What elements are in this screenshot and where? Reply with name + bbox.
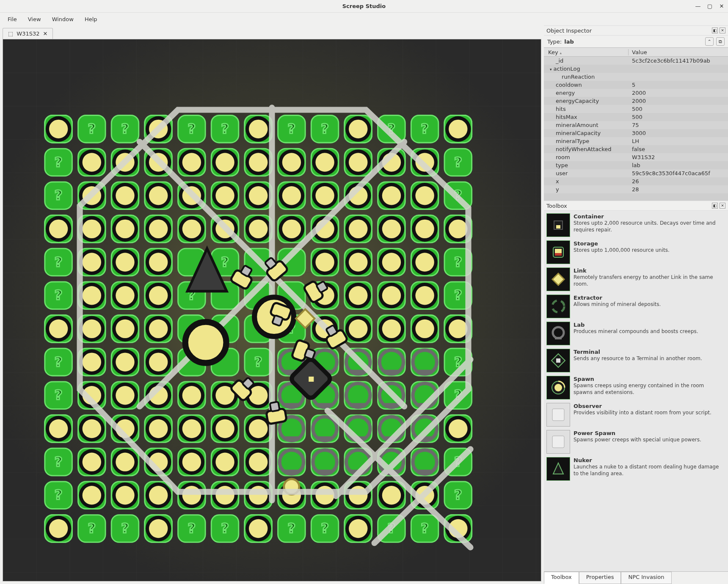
- inspector-value: 59c59c8c3530f447c0aca65f: [629, 170, 728, 176]
- inspector-row[interactable]: y28: [544, 185, 728, 193]
- inspector-row[interactable]: user59c59c8c3530f447c0aca65f: [544, 169, 728, 177]
- inspector-key: _id: [544, 58, 629, 64]
- inspector-key: hitsMax: [544, 114, 629, 120]
- tool-observer[interactable]: ObserverProvides visibility into a dista…: [546, 402, 726, 429]
- inspector-table[interactable]: _id5c3cf2ce3c6bfc11417b09abactionLogrunR…: [544, 57, 728, 201]
- inspector-row[interactable]: mineralTypeLH: [544, 137, 728, 145]
- inspector-row[interactable]: energyCapacity2000: [544, 97, 728, 105]
- key-column-header[interactable]: Key: [548, 49, 558, 55]
- inspector-value: 5: [629, 82, 728, 88]
- svg-text:?: ?: [288, 520, 296, 536]
- menu-help[interactable]: Help: [80, 14, 102, 24]
- inspector-row[interactable]: _id5c3cf2ce3c6bfc11417b09ab: [544, 57, 728, 65]
- svg-point-342: [149, 320, 168, 338]
- inspector-panel-header: Object Inspector ◧ ✕: [544, 25, 728, 36]
- svg-point-388: [83, 452, 101, 471]
- svg-text:?: ?: [321, 121, 329, 137]
- tool-lab[interactable]: LabProduces mineral compounds and boosts…: [546, 321, 726, 348]
- tool-name: Extractor: [574, 295, 661, 301]
- inspector-value: 28: [629, 186, 728, 193]
- menu-view[interactable]: View: [23, 14, 46, 24]
- window-title: Screep Studio: [342, 3, 386, 9]
- tool-powerspawn[interactable]: Power SpawnSpawns power creeps with spec…: [546, 429, 726, 456]
- collapse-all-icon[interactable]: ⌃: [705, 37, 714, 46]
- svg-point-356: [116, 353, 134, 371]
- svg-point-418: [382, 486, 401, 504]
- panel-close-icon[interactable]: ✕: [720, 28, 725, 33]
- svg-point-402: [116, 486, 134, 504]
- svg-point-348: [382, 320, 401, 338]
- tool-name: Power Spawn: [574, 430, 701, 436]
- inspector-row[interactable]: typelab: [544, 161, 728, 169]
- svg-point-320: [415, 253, 434, 271]
- inspector-value: 75: [629, 122, 728, 128]
- svg-point-506: [554, 384, 562, 391]
- svg-point-324: [116, 286, 134, 305]
- svg-rect-463: [285, 470, 298, 474]
- tool-container[interactable]: ContainerStores upto 2,000 resource unit…: [546, 212, 726, 240]
- svg-point-252: [315, 153, 334, 171]
- inspector-row[interactable]: actionLog: [544, 65, 728, 73]
- svg-rect-449: [385, 403, 398, 407]
- inspector-row[interactable]: notifyWhenAttackedfalse: [544, 145, 728, 153]
- game-canvas[interactable]: ????????????????????????????????????????: [3, 39, 541, 581]
- tool-name: Lab: [574, 322, 698, 328]
- svg-point-384: [249, 419, 267, 438]
- container-icon: [546, 213, 570, 237]
- tool-link[interactable]: LinkRemotely transfers energy to another…: [546, 267, 726, 294]
- kv-header[interactable]: Key▴ Value: [544, 47, 728, 57]
- panel-close-icon[interactable]: ✕: [720, 203, 725, 209]
- inspector-row[interactable]: mineralAmount75: [544, 121, 728, 129]
- inspector-row[interactable]: energy2000: [544, 89, 728, 97]
- svg-point-473: [185, 322, 226, 363]
- menu-file[interactable]: File: [3, 14, 22, 24]
- svg-point-312: [149, 253, 168, 271]
- room-viewport[interactable]: ????????????????????????????????????????: [3, 39, 541, 581]
- powerspawn-icon: [546, 430, 570, 454]
- tool-terminal[interactable]: TerminalSends any resource to a Terminal…: [546, 348, 726, 375]
- svg-point-228: [49, 120, 68, 138]
- maximize-icon[interactable]: ▢: [707, 3, 713, 9]
- inspector-row[interactable]: runReaction: [544, 73, 728, 81]
- tool-storage[interactable]: StorageStores upto 1,000,000 resource un…: [546, 240, 726, 267]
- spawn-icon: [546, 376, 570, 399]
- room-tab[interactable]: ⬚ W31S32 ✕: [3, 28, 53, 39]
- svg-point-306: [449, 220, 467, 238]
- close-icon[interactable]: ✕: [719, 3, 725, 9]
- menu-window[interactable]: Window: [47, 14, 79, 24]
- panel-float-icon[interactable]: ◧: [712, 203, 718, 209]
- svg-point-398: [249, 452, 267, 471]
- svg-point-374: [83, 419, 101, 438]
- svg-text:?: ?: [55, 354, 63, 370]
- svg-rect-493: [272, 315, 283, 326]
- tab-properties[interactable]: Properties: [579, 572, 621, 584]
- svg-point-354: [83, 353, 101, 371]
- tab-close-icon[interactable]: ✕: [43, 30, 48, 37]
- inspector-row[interactable]: hitsMax500: [544, 113, 728, 121]
- svg-point-294: [249, 220, 267, 238]
- inspector-value: 26: [629, 178, 728, 185]
- svg-point-244: [182, 153, 201, 171]
- panel-float-icon[interactable]: ◧: [712, 28, 718, 33]
- inspector-key: y: [544, 186, 629, 193]
- svg-point-254: [349, 153, 367, 171]
- svg-point-246: [215, 153, 234, 171]
- inspector-row[interactable]: cooldown5: [544, 81, 728, 89]
- svg-text:?: ?: [88, 121, 96, 137]
- tab-npc-invasion[interactable]: NPC Invasion: [621, 572, 671, 584]
- inspector-row[interactable]: hits500: [544, 105, 728, 113]
- tab-toolbox[interactable]: Toolbox: [544, 572, 579, 584]
- tool-name: Container: [574, 213, 725, 220]
- tool-extractor[interactable]: ExtractorAllows mining of mineral deposi…: [546, 294, 726, 321]
- inspector-row[interactable]: roomW31S32: [544, 153, 728, 161]
- toolbox-list[interactable]: ContainerStores upto 2,000 resource unit…: [544, 211, 728, 571]
- tool-nuker[interactable]: NukerLaunches a nuke to a distant room d…: [546, 456, 726, 483]
- svg-point-330: [349, 286, 367, 305]
- copy-icon[interactable]: ⧉: [716, 37, 725, 46]
- value-column-header[interactable]: Value: [629, 49, 728, 55]
- inspector-row[interactable]: x26: [544, 177, 728, 185]
- tool-spawn[interactable]: SpawnSpawns creeps using energy containe…: [546, 375, 726, 402]
- minimize-icon[interactable]: —: [695, 3, 701, 9]
- inspector-row[interactable]: mineralCapacity3000: [544, 129, 728, 137]
- svg-text:?: ?: [421, 121, 429, 137]
